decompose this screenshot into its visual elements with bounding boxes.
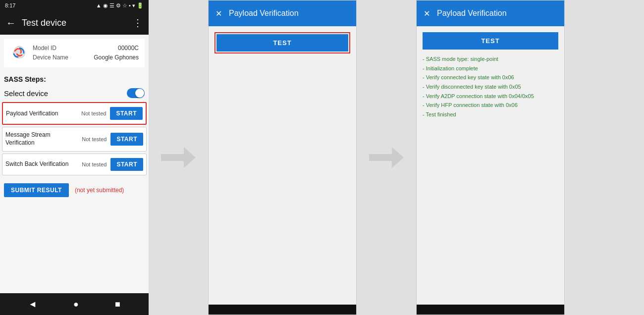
status-icons: ▲ ◉ ☰ ⚙ ☆ • ▾ 🔋 [96, 2, 144, 9]
steps-list: Payload Verification Not tested START Me… [0, 102, 149, 177]
dialog-2-close-icon[interactable]: ✕ [424, 9, 430, 18]
step-status-switchback: Not tested [82, 161, 107, 167]
dialog-1-close-icon[interactable]: ✕ [215, 9, 222, 18]
test-btn-1-wrapper: TEST [215, 32, 350, 53]
device-info-card: Model ID 00000C Device Name Google Gphon… [4, 39, 145, 67]
device-name-label: Device Name [33, 53, 68, 62]
step-name-message: Message StreamVerification [5, 131, 82, 147]
dialog-1-bottom-bar [209, 305, 356, 315]
app-bar: ← Test device ⋮ [0, 11, 149, 35]
submit-row: SUBMIT RESULT (not yet submitted) [0, 177, 149, 203]
step-status-message: Not tested [82, 136, 107, 142]
app-title: Test device [22, 18, 133, 28]
dialog-bar-2: ✕ Payload Verification [417, 0, 564, 26]
dialog-2-content: TEST - SASS mode type: single-point- Ini… [417, 26, 564, 305]
arrow-1-body [161, 154, 187, 161]
arrow-1-container [149, 0, 208, 315]
nav-home-button[interactable]: ● [65, 297, 87, 312]
start-message-button[interactable]: START [110, 133, 143, 146]
model-id-row: Model ID 00000C [33, 44, 139, 53]
arrow-2-body [369, 154, 395, 161]
start-payload-button[interactable]: START [110, 107, 143, 120]
step-status-payload: Not tested [81, 110, 106, 116]
test-button-1[interactable]: TEST [216, 34, 348, 52]
arrow-2-head [392, 147, 404, 168]
phone-nav-bar: ◄ ● ■ [0, 293, 149, 315]
test-button-2[interactable]: TEST [423, 32, 558, 50]
step-switch-back: Switch Back Verification Not tested STAR… [2, 154, 147, 175]
phone-screen: ← Test device ⋮ Model ID 00000C Device N… [0, 11, 149, 293]
toggle-knob [135, 89, 144, 98]
dialog-2-bottom-bar [417, 305, 564, 315]
status-bar: 8:17 ▲ ◉ ☰ ⚙ ☆ • ▾ 🔋 [0, 0, 149, 11]
model-id-label: Model ID [33, 44, 56, 53]
device-name-value: Google Gphones [94, 53, 139, 62]
select-device-label: Select device [4, 89, 48, 98]
step-name-payload: Payload Verification [6, 110, 81, 118]
dialog-2-title: Payload Verification [437, 9, 507, 18]
step-payload-verification: Payload Verification Not tested START [2, 102, 147, 125]
submit-result-button[interactable]: SUBMIT RESULT [4, 183, 69, 197]
status-time: 8:17 [5, 2, 15, 8]
dialog-bar-1: ✕ Payload Verification [209, 0, 356, 26]
dialog-1-title: Payload Verification [229, 9, 299, 18]
select-device-row: Select device [0, 85, 149, 102]
model-id-value: 00000C [118, 44, 139, 53]
step-name-switchback: Switch Back Verification [5, 160, 82, 168]
nav-back-button[interactable]: ◄ [20, 297, 45, 312]
back-button[interactable]: ← [6, 17, 16, 29]
device-info-rows: Model ID 00000C Device Name Google Gphon… [33, 44, 139, 62]
arrow-1-head [184, 147, 196, 168]
arrow-2 [369, 148, 404, 167]
menu-button[interactable]: ⋮ [133, 17, 143, 29]
sass-steps-label: SASS Steps: [0, 71, 149, 85]
dialog-1-content: TEST [209, 26, 356, 305]
nav-recent-button[interactable]: ■ [107, 297, 128, 312]
arrow-2-container [357, 0, 416, 315]
dialog-panel-2: ✕ Payload Verification TEST - SASS mode … [416, 0, 565, 315]
step-message-stream: Message StreamVerification Not tested ST… [2, 127, 147, 151]
select-device-toggle[interactable] [127, 88, 145, 98]
sass-logo [10, 44, 28, 62]
arrow-1 [161, 148, 196, 167]
start-switchback-button[interactable]: START [110, 158, 143, 171]
device-name-row: Device Name Google Gphones [33, 53, 139, 62]
result-log: - SASS mode type: single-point- Initiali… [423, 54, 558, 119]
phone-frame: 8:17 ▲ ◉ ☰ ⚙ ☆ • ▾ 🔋 ← Test device ⋮ Mod… [0, 0, 149, 315]
submit-status: (not yet submitted) [75, 187, 124, 194]
dialog-panel-1: ✕ Payload Verification TEST [208, 0, 357, 315]
